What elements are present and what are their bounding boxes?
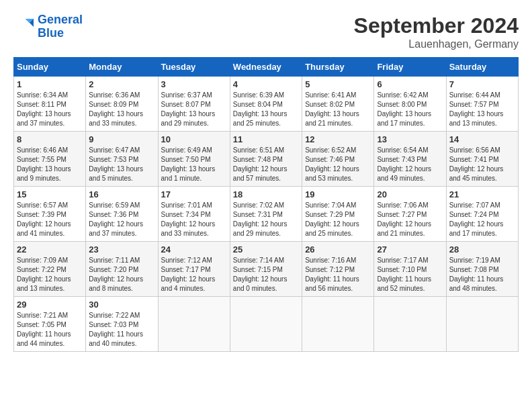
day-number: 25 [233,244,299,255]
calendar-cell: 28Sunrise: 7:19 AMSunset: 7:08 PMDayligh… [446,242,518,297]
day-number: 30 [89,300,154,310]
calendar-cell: 11Sunrise: 6:51 AMSunset: 7:48 PMDayligh… [230,132,302,187]
day-info: Sunrise: 7:06 AMSunset: 7:27 PMDaylight:… [377,201,443,238]
day-info: Sunrise: 7:17 AMSunset: 7:10 PMDaylight:… [377,256,443,293]
day-info: Sunrise: 6:37 AMSunset: 8:07 PMDaylight:… [161,91,227,128]
day-number: 28 [449,244,515,255]
day-info: Sunrise: 7:14 AMSunset: 7:15 PMDaylight:… [233,256,299,293]
calendar-cell: 23Sunrise: 7:11 AMSunset: 7:20 PMDayligh… [86,242,158,297]
day-number: 20 [377,189,443,199]
calendar-cell [374,297,446,352]
calendar-cell [302,297,374,352]
day-info: Sunrise: 7:09 AMSunset: 7:22 PMDaylight:… [17,256,83,293]
day-number: 7 [449,79,515,89]
logo-icon [13,16,35,38]
day-number: 13 [377,134,443,144]
day-info: Sunrise: 6:46 AMSunset: 7:55 PMDaylight:… [17,146,83,183]
day-number: 4 [233,79,299,89]
calendar-cell: 6Sunrise: 6:42 AMSunset: 8:00 PMDaylight… [374,77,446,132]
calendar-week-3: 15Sunrise: 6:57 AMSunset: 7:39 PMDayligh… [14,187,519,242]
calendar-cell [446,297,518,352]
day-info: Sunrise: 6:56 AMSunset: 7:41 PMDaylight:… [449,146,515,183]
calendar-body: 1Sunrise: 6:34 AMSunset: 8:11 PMDaylight… [14,77,519,352]
calendar-cell: 14Sunrise: 6:56 AMSunset: 7:41 PMDayligh… [446,132,518,187]
day-number: 1 [17,79,83,89]
calendar-cell: 20Sunrise: 7:06 AMSunset: 7:27 PMDayligh… [374,187,446,242]
calendar-cell: 22Sunrise: 7:09 AMSunset: 7:22 PMDayligh… [14,242,86,297]
calendar-header-row: SundayMondayTuesdayWednesdayThursdayFrid… [14,58,519,77]
day-number: 12 [305,134,371,144]
day-number: 17 [161,189,227,199]
day-info: Sunrise: 6:49 AMSunset: 7:50 PMDaylight:… [161,146,227,183]
day-number: 19 [305,189,371,199]
calendar-cell: 8Sunrise: 6:46 AMSunset: 7:55 PMDaylight… [14,132,86,187]
calendar-week-4: 22Sunrise: 7:09 AMSunset: 7:22 PMDayligh… [14,242,519,297]
day-info: Sunrise: 7:04 AMSunset: 7:29 PMDaylight:… [305,201,371,238]
calendar-cell: 5Sunrise: 6:41 AMSunset: 8:02 PMDaylight… [302,77,374,132]
location: Lauenhagen, Germany [354,38,519,50]
calendar-cell: 1Sunrise: 6:34 AMSunset: 8:11 PMDaylight… [14,77,86,132]
page-header: General Blue September 2024 Lauenhagen, … [13,13,519,50]
day-number: 16 [89,189,154,199]
calendar-week-5: 29Sunrise: 7:21 AMSunset: 7:05 PMDayligh… [14,297,519,352]
calendar-cell: 12Sunrise: 6:52 AMSunset: 7:46 PMDayligh… [302,132,374,187]
day-info: Sunrise: 7:11 AMSunset: 7:20 PMDaylight:… [89,256,154,293]
day-number: 8 [17,134,83,144]
day-number: 29 [17,300,83,310]
weekday-header-saturday: Saturday [446,58,518,77]
day-info: Sunrise: 6:47 AMSunset: 7:53 PMDaylight:… [89,146,154,183]
day-info: Sunrise: 7:01 AMSunset: 7:34 PMDaylight:… [161,201,227,238]
day-number: 11 [233,134,299,144]
day-number: 5 [305,79,371,89]
calendar-cell: 2Sunrise: 6:36 AMSunset: 8:09 PMDaylight… [86,77,158,132]
day-info: Sunrise: 6:42 AMSunset: 8:00 PMDaylight:… [377,91,443,128]
calendar-cell: 4Sunrise: 6:39 AMSunset: 8:04 PMDaylight… [230,77,302,132]
day-info: Sunrise: 6:52 AMSunset: 7:46 PMDaylight:… [305,146,371,183]
day-info: Sunrise: 6:57 AMSunset: 7:39 PMDaylight:… [17,201,83,238]
day-info: Sunrise: 7:19 AMSunset: 7:08 PMDaylight:… [449,256,515,293]
day-info: Sunrise: 6:41 AMSunset: 8:02 PMDaylight:… [305,91,371,128]
calendar-cell: 16Sunrise: 6:59 AMSunset: 7:36 PMDayligh… [86,187,158,242]
day-number: 24 [161,244,227,255]
calendar-cell: 30Sunrise: 7:22 AMSunset: 7:03 PMDayligh… [86,297,158,352]
day-number: 18 [233,189,299,199]
day-number: 9 [89,134,154,144]
weekday-header-monday: Monday [86,58,158,77]
logo-general: General [38,13,83,26]
day-info: Sunrise: 6:39 AMSunset: 8:04 PMDaylight:… [233,91,299,128]
day-info: Sunrise: 7:12 AMSunset: 7:17 PMDaylight:… [161,256,227,293]
calendar-table: SundayMondayTuesdayWednesdayThursdayFrid… [13,57,519,352]
weekday-header-thursday: Thursday [302,58,374,77]
day-number: 21 [449,189,515,199]
calendar-cell: 27Sunrise: 7:17 AMSunset: 7:10 PMDayligh… [374,242,446,297]
calendar-cell: 15Sunrise: 6:57 AMSunset: 7:39 PMDayligh… [14,187,86,242]
day-info: Sunrise: 6:36 AMSunset: 8:09 PMDaylight:… [89,91,154,128]
day-number: 22 [17,244,83,255]
day-number: 23 [89,244,154,255]
day-info: Sunrise: 6:44 AMSunset: 7:57 PMDaylight:… [449,91,515,128]
calendar-cell [158,297,230,352]
day-number: 10 [161,134,227,144]
calendar-cell: 26Sunrise: 7:16 AMSunset: 7:12 PMDayligh… [302,242,374,297]
day-number: 27 [377,244,443,255]
day-info: Sunrise: 6:51 AMSunset: 7:48 PMDaylight:… [233,146,299,183]
calendar-cell: 10Sunrise: 6:49 AMSunset: 7:50 PMDayligh… [158,132,230,187]
calendar-week-1: 1Sunrise: 6:34 AMSunset: 8:11 PMDaylight… [14,77,519,132]
logo: General Blue [13,13,83,40]
day-number: 26 [305,244,371,255]
title-block: September 2024 Lauenhagen, Germany [354,13,519,50]
day-info: Sunrise: 6:34 AMSunset: 8:11 PMDaylight:… [17,91,83,128]
calendar-cell: 21Sunrise: 7:07 AMSunset: 7:24 PMDayligh… [446,187,518,242]
day-number: 15 [17,189,83,199]
weekday-header-tuesday: Tuesday [158,58,230,77]
calendar-cell: 3Sunrise: 6:37 AMSunset: 8:07 PMDaylight… [158,77,230,132]
logo-blue: Blue [38,26,64,40]
day-info: Sunrise: 6:54 AMSunset: 7:43 PMDaylight:… [377,146,443,183]
calendar-cell: 7Sunrise: 6:44 AMSunset: 7:57 PMDaylight… [446,77,518,132]
calendar-cell: 24Sunrise: 7:12 AMSunset: 7:17 PMDayligh… [158,242,230,297]
day-number: 14 [449,134,515,144]
day-info: Sunrise: 7:21 AMSunset: 7:05 PMDaylight:… [17,311,83,349]
day-info: Sunrise: 6:59 AMSunset: 7:36 PMDaylight:… [89,201,154,238]
calendar-cell: 17Sunrise: 7:01 AMSunset: 7:34 PMDayligh… [158,187,230,242]
day-number: 2 [89,79,154,89]
